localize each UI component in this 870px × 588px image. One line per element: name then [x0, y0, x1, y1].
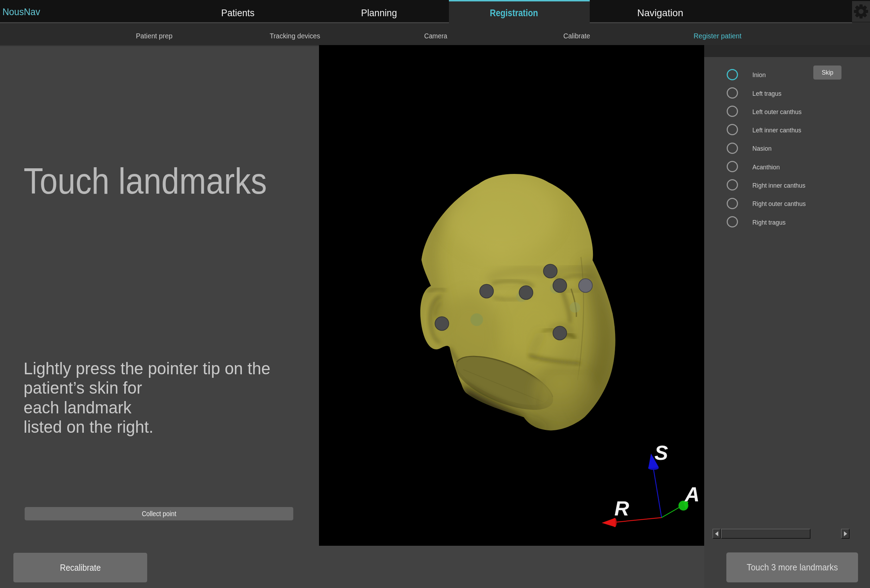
svg-text:S: S [654, 441, 668, 464]
svg-text:R: R [614, 497, 629, 520]
svg-text:A: A [684, 483, 700, 506]
